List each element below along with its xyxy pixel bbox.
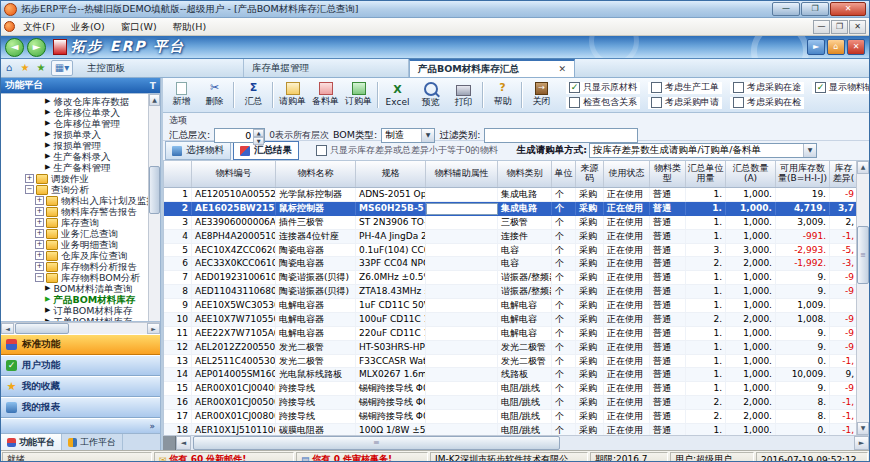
tree-item-库存物料分析报告[interactable]: +库存物料分析报告: [1, 261, 160, 272]
toolbar-button-备料单[interactable]: 备料单: [309, 79, 342, 111]
table-row[interactable]: 5AEC10X4ZCC06200陶瓷电容器0.1uF(104) CC05 T5V…: [164, 244, 856, 258]
sidebar-tab-功能平台[interactable]: 功能平台: [1, 434, 62, 450]
panel-标准功能[interactable]: 标准功能: [1, 334, 160, 355]
tree-item-仓库移位单管理[interactable]: ▶仓库移位单管理: [1, 118, 160, 129]
tree-item-修改仓库库存数据[interactable]: ▶修改仓库库存数据: [1, 96, 160, 107]
quick-launch-button[interactable]: ►: [807, 39, 825, 55]
result-tab-汇总结果[interactable]: 汇总结果: [233, 141, 299, 160]
summary-level-input[interactable]: [215, 129, 253, 142]
minimize-button[interactable]: —: [772, 2, 800, 16]
expand-plus-icon[interactable]: +: [25, 174, 34, 183]
menu-item-帮助(H)[interactable]: 帮助(H): [165, 19, 215, 35]
scroll-right-icon[interactable]: ►: [147, 323, 160, 334]
tree-item-生产备料管理[interactable]: ▶生产备料管理: [1, 162, 160, 173]
result-tab-选择物料[interactable]: 选择物料: [165, 141, 231, 160]
scroll-left-icon[interactable]: ◄: [1, 323, 14, 334]
toolbar-button-新增[interactable]: 新增: [165, 79, 198, 111]
toolbar-button-帮助[interactable]: ?帮助: [486, 79, 519, 111]
hscroll-track[interactable]: [191, 436, 854, 450]
table-row[interactable]: 10AEE10X7W7105500电解电容器100uF CD11C 10V ±2…: [164, 313, 856, 327]
home-button[interactable]: ⌂: [827, 39, 845, 55]
checkbox-显示物料辅助属性[interactable]: ✓显示物料辅助属性: [812, 82, 870, 94]
checkbox-考虑生产工单[interactable]: 考虑生产工单: [648, 82, 722, 94]
table-row[interactable]: 14AEP014005SM1601光电鼠标线路板MLX0267 1.6mm 94…: [164, 368, 856, 382]
checkbox-考虑采购申请[interactable]: 考虑采购申请: [648, 97, 722, 109]
checkbox-icon[interactable]: [651, 82, 662, 93]
column-header-汇总数量(A)[interactable]: 汇总数量(A): [726, 161, 776, 187]
expand-plus-icon[interactable]: +: [35, 218, 44, 227]
mdi-close-button[interactable]: ✕: [849, 20, 866, 34]
mdi-minimize-button[interactable]: —: [813, 20, 830, 34]
hscroll-thumb[interactable]: [193, 436, 560, 450]
toolbar-button-请购单[interactable]: 请购单: [276, 79, 309, 111]
tree-item-物料库存警告报告[interactable]: +物料库存警告报告: [1, 206, 160, 217]
table-row[interactable]: 8AED110431106800陶瓷谐振器(贝得)ZTA18.43MHz ±0.…: [164, 285, 856, 299]
tab-产品BOM材料库存汇总[interactable]: 产品BOM材料库存汇总✕: [409, 59, 575, 77]
tree-item-产品BOM材料库存[interactable]: ▶产品BOM材料库存: [1, 294, 160, 305]
expand-plus-icon[interactable]: +: [35, 229, 44, 238]
column-header-规格[interactable]: 规格: [356, 161, 426, 187]
column-header-汇总单位用量[interactable]: 汇总单位用量: [686, 161, 726, 187]
checkbox-icon[interactable]: [733, 82, 744, 93]
tree-hscrollbar[interactable]: ◄ ►: [1, 322, 160, 334]
toolbar-button-关闭[interactable]: →关闭: [525, 79, 558, 111]
column-header-单位[interactable]: 单位: [552, 161, 576, 187]
summary-level-stepper[interactable]: ▲ ▼: [214, 128, 265, 143]
menu-item-窗口(W)[interactable]: 窗口(W): [113, 19, 165, 35]
toolbar-button-订购单[interactable]: 订购单: [342, 79, 375, 111]
stepper-down-icon[interactable]: ▼: [253, 137, 264, 145]
add-favorite-icon[interactable]: ★: [33, 59, 49, 77]
checkbox-考虑采购在检[interactable]: 考虑采购在检: [730, 97, 804, 109]
table-row[interactable]: 1AE120510A005528光学鼠标控制器ADNS-2051 Optical…: [164, 188, 856, 202]
back-button[interactable]: ◄: [5, 38, 24, 57]
table-scroll-thumb[interactable]: [857, 226, 869, 284]
table-vscrollbar[interactable]: ▲ ▼: [856, 161, 869, 435]
close-icon[interactable]: ✕: [558, 64, 566, 74]
table-row[interactable]: 2AE16025BW21570鼠标控制器MS60H25B-513Mexar集成电…: [164, 202, 856, 216]
panel-overflow-chevron[interactable]: »: [1, 418, 160, 433]
tree-item-工单BOM材料库存[interactable]: ▶工单BOM材料库存: [1, 316, 160, 322]
toolbar-button-预览[interactable]: 预览: [414, 79, 447, 111]
pin-icon[interactable]: T: [150, 81, 156, 91]
checkbox-icon[interactable]: [733, 97, 744, 108]
favorites-icon[interactable]: ★: [17, 59, 33, 77]
toolbar-button-打印[interactable]: 打印: [447, 79, 480, 111]
tree-item-库存查询[interactable]: +库存查询: [1, 217, 160, 228]
tree-item-物料出入库计划及监控[interactable]: +物料出入库计划及监控: [1, 195, 160, 206]
table-row[interactable]: 11AEE22X7W7105A00电解电容器220uF CD11C 10V ±2…: [164, 327, 856, 341]
chevron-down-icon[interactable]: ▼: [421, 129, 434, 142]
checkbox-icon[interactable]: [316, 145, 327, 156]
expand-minus-icon[interactable]: −: [35, 273, 44, 282]
tree-scrollbar[interactable]: ▲: [148, 94, 160, 321]
column-header-物料编号[interactable]: 物料编号: [192, 161, 276, 187]
table-row[interactable]: 18AER10X1J5101100碳膜电阻器100Ω 1/8W ±5% Φ1.电…: [164, 424, 856, 435]
checkbox-考虑采购在途[interactable]: 考虑采购在途: [730, 82, 804, 94]
table-hscrollbar[interactable]: ◄ ►: [163, 435, 869, 450]
only-diff-checkbox[interactable]: 只显示库存差异或总差异小于等于0的物料: [313, 145, 501, 157]
table-row[interactable]: 13AEL2511C4005300发光二极管F33CCASR Water Cle…: [164, 355, 856, 369]
scroll-up-icon[interactable]: ▲: [857, 161, 869, 174]
panel-我的收藏[interactable]: ★我的收藏: [1, 376, 160, 397]
tree-item-仓库移位单录入[interactable]: ▶仓库移位单录入: [1, 107, 160, 118]
tree-item-业务明细查询[interactable]: +业务明细查询: [1, 239, 160, 250]
scroll-up-icon[interactable]: ▲: [149, 94, 160, 106]
tree-scroll-thumb[interactable]: [149, 166, 160, 214]
exit-button[interactable]: ✕: [847, 39, 865, 55]
column-header-物料类型[interactable]: 物料类型: [650, 161, 686, 187]
scroll-down-icon[interactable]: ▼: [857, 422, 869, 435]
table-row[interactable]: 15AER00X01CJ00400跨接导线锡铜跨接导线 Φ0.6×电阻/跳线个采…: [164, 382, 856, 396]
table-row[interactable]: 4AE8PH4A20005100连接器4位针座PH-4A JingDa 2.0-…: [164, 230, 856, 244]
menu-item-文件(F)[interactable]: 文件(F): [15, 19, 63, 35]
chevron-down-icon[interactable]: ▼: [803, 144, 816, 157]
tree-item-仓库及库位查询[interactable]: +仓库及库位查询: [1, 250, 160, 261]
tree-item-BOM材料清单查询[interactable]: ▶BOM材料清单查询: [1, 283, 160, 294]
mdi-restore-button[interactable]: ❐: [831, 20, 848, 34]
expand-plus-icon[interactable]: +: [35, 196, 44, 205]
tree-item-调拨作业[interactable]: +调拨作业: [1, 173, 160, 184]
maximize-button[interactable]: ❐: [801, 2, 829, 16]
tree-hscroll-thumb[interactable]: [15, 323, 69, 334]
expand-plus-icon[interactable]: +: [35, 251, 44, 260]
expand-plus-icon[interactable]: +: [35, 240, 44, 249]
checkbox-icon[interactable]: [651, 97, 662, 108]
expand-plus-icon[interactable]: +: [35, 262, 44, 271]
